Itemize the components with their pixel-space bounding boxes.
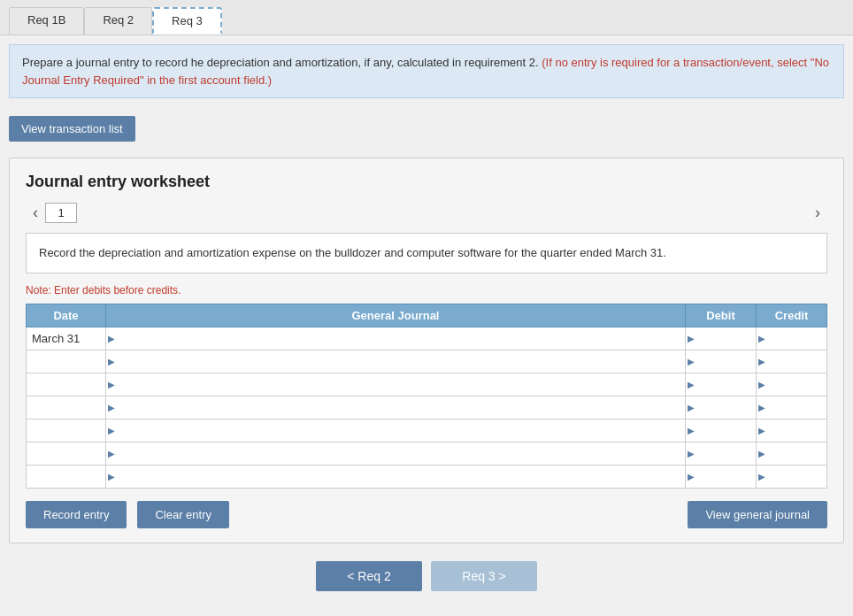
credit-cell-0[interactable] xyxy=(757,327,827,350)
record-entry-button[interactable]: Record entry xyxy=(26,501,127,528)
date-cell-3 xyxy=(27,396,106,419)
debit-input-5[interactable] xyxy=(686,443,756,465)
date-cell-6 xyxy=(27,465,106,488)
credit-input-3[interactable] xyxy=(757,397,826,419)
page-number: 1 xyxy=(45,203,77,223)
journal-input-6[interactable] xyxy=(106,466,685,488)
credit-input-4[interactable] xyxy=(757,420,826,442)
journal-input-1[interactable] xyxy=(106,350,685,373)
table-row xyxy=(27,442,827,465)
col-header-date: Date xyxy=(27,304,106,327)
next-arrow[interactable]: › xyxy=(808,202,827,224)
journal-table: Date General Journal Debit Credit March … xyxy=(26,304,827,489)
journal-cell-2[interactable] xyxy=(106,373,686,396)
worksheet-title: Journal entry worksheet xyxy=(26,173,827,191)
journal-input-3[interactable] xyxy=(106,397,685,419)
next-nav-button[interactable]: Req 3 > xyxy=(431,561,537,591)
debit-input-3[interactable] xyxy=(686,397,756,419)
journal-cell-1[interactable] xyxy=(106,350,686,373)
debit-input-4[interactable] xyxy=(686,420,756,442)
tabs-bar: Req 1B Req 2 Req 3 xyxy=(0,0,853,35)
credit-cell-6[interactable] xyxy=(757,465,827,488)
credit-cell-2[interactable] xyxy=(757,373,827,396)
col-header-journal: General Journal xyxy=(106,304,686,327)
journal-cell-3[interactable] xyxy=(106,396,686,419)
debit-cell-4[interactable] xyxy=(686,419,757,442)
tab-req2[interactable]: Req 2 xyxy=(84,7,152,35)
prev-nav-button[interactable]: < Req 2 xyxy=(316,561,422,591)
debit-cell-2[interactable] xyxy=(686,373,757,396)
debit-input-1[interactable] xyxy=(686,350,756,373)
journal-cell-6[interactable] xyxy=(106,465,686,488)
date-cell-1 xyxy=(27,350,106,373)
tab-req1b[interactable]: Req 1B xyxy=(9,7,84,35)
view-transaction-container: View transaction list xyxy=(9,116,135,142)
prev-arrow[interactable]: ‹ xyxy=(26,202,45,224)
credit-cell-5[interactable] xyxy=(757,442,827,465)
journal-cell-5[interactable] xyxy=(106,442,686,465)
note-text: Note: Enter debits before credits. xyxy=(26,284,827,296)
credit-cell-1[interactable] xyxy=(757,350,827,373)
clear-entry-button[interactable]: Clear entry xyxy=(137,501,229,528)
credit-input-1[interactable] xyxy=(757,350,826,373)
worksheet-card: Journal entry worksheet ‹ 1 › Record the… xyxy=(9,158,844,543)
view-general-journal-button[interactable]: View general journal xyxy=(688,501,827,528)
debit-input-6[interactable] xyxy=(686,466,756,488)
table-row xyxy=(27,396,827,419)
debit-cell-6[interactable] xyxy=(686,465,757,488)
journal-cell-0[interactable] xyxy=(106,327,686,350)
date-cell-4 xyxy=(27,419,106,442)
debit-cell-3[interactable] xyxy=(686,396,757,419)
table-row xyxy=(27,465,827,488)
bottom-nav: < Req 2 Req 3 > xyxy=(0,561,853,609)
credit-input-5[interactable] xyxy=(757,443,826,465)
journal-cell-4[interactable] xyxy=(106,419,686,442)
journal-input-4[interactable] xyxy=(106,420,685,442)
journal-input-5[interactable] xyxy=(106,443,685,465)
tab-req3[interactable]: Req 3 xyxy=(152,7,222,35)
debit-input-2[interactable] xyxy=(686,373,756,396)
debit-cell-0[interactable] xyxy=(686,327,757,350)
journal-input-2[interactable] xyxy=(106,373,685,396)
table-row xyxy=(27,373,827,396)
description-box: Record the depreciation and amortization… xyxy=(26,233,827,273)
debit-cell-5[interactable] xyxy=(686,442,757,465)
debit-input-0[interactable] xyxy=(686,327,756,350)
credit-input-0[interactable] xyxy=(757,327,826,350)
table-row xyxy=(27,350,827,373)
table-row xyxy=(27,419,827,442)
instruction-box: Prepare a journal entry to record he dep… xyxy=(9,44,844,98)
journal-input-0[interactable] xyxy=(106,327,685,350)
date-cell-2 xyxy=(27,373,106,396)
credit-cell-3[interactable] xyxy=(757,396,827,419)
nav-row: ‹ 1 › xyxy=(26,202,827,224)
col-header-debit: Debit xyxy=(686,304,757,327)
credit-input-2[interactable] xyxy=(757,373,826,396)
date-cell-5 xyxy=(27,442,106,465)
debit-cell-1[interactable] xyxy=(686,350,757,373)
view-transaction-button[interactable]: View transaction list xyxy=(9,116,135,142)
table-row: March 31 xyxy=(27,327,827,350)
col-header-credit: Credit xyxy=(757,304,827,327)
page-wrapper: Req 1B Req 2 Req 3 Prepare a journal ent… xyxy=(0,0,853,616)
credit-cell-4[interactable] xyxy=(757,419,827,442)
credit-input-6[interactable] xyxy=(757,466,826,488)
worksheet-buttons: Record entry Clear entry View general jo… xyxy=(26,501,827,528)
date-cell-0: March 31 xyxy=(27,327,106,350)
